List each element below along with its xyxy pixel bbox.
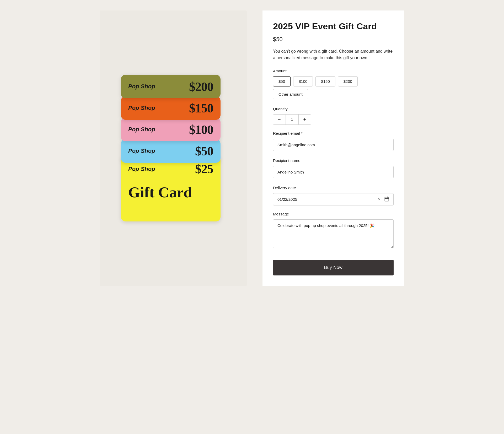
amount-label: Amount: [273, 69, 394, 73]
gift-card-stack: Pop Shop $200 Pop Shop $150 Pop Shop $10…: [121, 75, 226, 221]
quantity-increase-button[interactable]: +: [299, 115, 311, 124]
amount-section: Amount $50 $100 $150 $200 Other amount: [273, 69, 394, 99]
svg-rect-0: [385, 197, 389, 201]
recipient-name-input[interactable]: [273, 166, 394, 178]
date-clear-button[interactable]: ×: [377, 197, 381, 202]
delivery-date-label: Delivery date: [273, 186, 394, 190]
gift-card-200: Pop Shop $200: [121, 75, 221, 98]
recipient-email-section: Recipient email *: [273, 131, 394, 152]
page-container: Pop Shop $200 Pop Shop $150 Pop Shop $10…: [95, 0, 409, 296]
card-25-top: Pop Shop $25: [128, 162, 213, 176]
card-150-brand: Pop Shop: [128, 105, 155, 111]
card-100-brand: Pop Shop: [128, 126, 155, 133]
amount-btn-150[interactable]: $150: [315, 76, 335, 86]
card-25-brand: Pop Shop: [128, 166, 155, 172]
delivery-date-section: Delivery date ×: [273, 186, 394, 205]
amount-btn-100[interactable]: $100: [293, 76, 313, 86]
gift-card-100: Pop Shop $100: [121, 118, 221, 141]
date-icons: ×: [377, 196, 390, 203]
delivery-date-input[interactable]: [273, 193, 394, 205]
amount-btn-50[interactable]: $50: [273, 76, 291, 86]
card-100-amount: $100: [189, 122, 213, 137]
card-50-amount: $50: [195, 144, 213, 158]
card-150-amount: $150: [189, 101, 213, 115]
recipient-name-label: Recipient name: [273, 158, 394, 163]
message-label: Message: [273, 212, 394, 216]
amount-btn-other[interactable]: Other amount: [273, 89, 308, 99]
card-200-brand: Pop Shop: [128, 83, 155, 90]
recipient-name-section: Recipient name: [273, 158, 394, 179]
gift-card-150: Pop Shop $150: [121, 96, 221, 120]
calendar-icon-button[interactable]: [384, 196, 390, 203]
quantity-decrease-button[interactable]: −: [273, 115, 286, 124]
amount-options: $50 $100 $150 $200 Other amount: [273, 76, 394, 99]
product-details: 2025 VIP Event Gift Card $50 You can't g…: [262, 10, 404, 286]
quantity-control: − 1 +: [273, 114, 311, 125]
product-price: $50: [273, 36, 394, 43]
message-section: Message Celebrate with pop-up shop event…: [273, 212, 394, 249]
card-50-brand: Pop Shop: [128, 148, 155, 154]
message-textarea[interactable]: Celebrate with pop-up shop events all th…: [273, 219, 394, 248]
date-input-wrapper: ×: [273, 193, 394, 205]
quantity-section: Quantity − 1 +: [273, 107, 394, 125]
card-25-amount: $25: [195, 162, 213, 176]
gift-card-image-area: Pop Shop $200 Pop Shop $150 Pop Shop $10…: [100, 10, 247, 286]
calendar-icon: [384, 196, 389, 202]
required-star: *: [301, 131, 303, 135]
card-25-bottom: Gift Card: [128, 184, 213, 201]
amount-btn-200[interactable]: $200: [338, 76, 358, 86]
quantity-value: 1: [286, 115, 299, 124]
quantity-label: Quantity: [273, 107, 394, 111]
gift-card-title-text: Gift Card: [128, 184, 192, 201]
product-title: 2025 VIP Event Gift Card: [273, 21, 394, 32]
gift-card-50: Pop Shop $50: [121, 139, 221, 163]
card-200-amount: $200: [189, 79, 213, 94]
recipient-email-input[interactable]: [273, 139, 394, 151]
gift-card-25: Pop Shop $25 Gift Card: [121, 156, 221, 221]
product-description: You can't go wrong with a gift card. Cho…: [273, 48, 394, 61]
recipient-email-label: Recipient email *: [273, 131, 394, 135]
buy-now-button[interactable]: Buy Now: [273, 260, 394, 275]
